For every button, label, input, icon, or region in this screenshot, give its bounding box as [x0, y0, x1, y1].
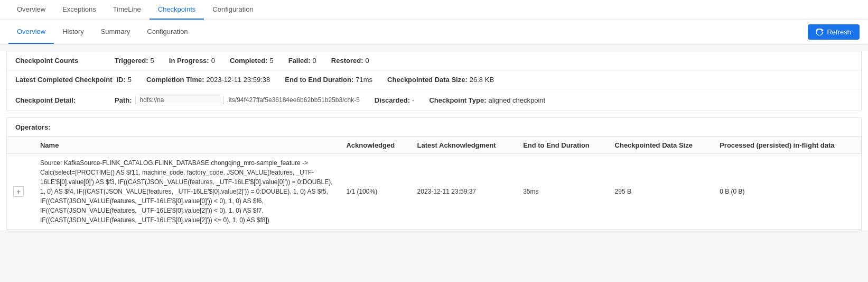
col-data-size: Checkpointed Data Size	[609, 137, 714, 154]
triggered-field: Triggered: 5	[115, 57, 154, 65]
refresh-button[interactable]: Refresh	[808, 24, 860, 40]
path-input[interactable]	[135, 95, 224, 105]
latest-checkpoint-row: Latest Completed Checkpoint ID: 5 Comple…	[7, 70, 861, 89]
completion-time-label: Completion Time:	[146, 76, 204, 84]
table-row: + Source: KafkaSource-FLINK_CATALOG.FLIN…	[7, 154, 861, 230]
sub-navigation: Overview History Summary Configuration R…	[0, 20, 868, 44]
checkpoint-type-field: Checkpoint Type: aligned checkpoint	[429, 96, 545, 104]
top-nav-timeline[interactable]: TimeLine	[105, 0, 150, 20]
top-nav-exceptions[interactable]: Exceptions	[54, 0, 105, 20]
failed-field: Failed: 0	[288, 57, 316, 65]
path-label: Path:	[115, 96, 132, 104]
failed-label: Failed:	[288, 57, 311, 65]
checkpoint-detail-label: Checkpoint Detail:	[15, 96, 110, 104]
completed-field: Completed: 5	[230, 57, 274, 65]
inprogress-field: In Progress: 0	[169, 57, 215, 65]
col-name: Name	[34, 137, 340, 154]
sub-nav-history[interactable]: History	[54, 20, 92, 44]
latest-checkpoint-label: Latest Completed Checkpoint	[15, 76, 112, 84]
completion-time-value: 2023-12-11 23:59:38	[207, 76, 270, 84]
sub-nav-summary[interactable]: Summary	[92, 20, 139, 44]
checkpoint-counts-label: Checkpoint Counts	[15, 57, 110, 65]
restored-field: Restored: 0	[331, 57, 369, 65]
e2e-duration-label: End to End Duration:	[285, 76, 353, 84]
top-navigation: Overview Exceptions TimeLine Checkpoints…	[0, 0, 868, 20]
inprogress-value: 0	[211, 57, 215, 65]
operators-section: Operators: Name Acknowledged Latest Ackn…	[6, 117, 862, 230]
col-inflight: Processed (persisted) in-flight data	[713, 137, 861, 154]
data-size-label: Checkpointed Data Size:	[387, 76, 468, 84]
operators-title: Operators:	[7, 118, 861, 137]
discarded-field: Discarded: -	[375, 96, 415, 104]
col-expand	[7, 137, 34, 154]
completed-value: 5	[269, 57, 273, 65]
checkpoint-counts-row: Checkpoint Counts Triggered: 5 In Progre…	[7, 51, 861, 70]
completed-label: Completed:	[230, 57, 268, 65]
checkpoint-detail-row: Checkpoint Detail: Path: .its/94f427ffaf…	[7, 89, 861, 111]
failed-value: 0	[313, 57, 316, 65]
checkpoint-id-value: 5	[128, 76, 132, 84]
inprogress-label: In Progress:	[169, 57, 209, 65]
acknowledged-cell: 1/1 (100%)	[340, 154, 410, 230]
expand-cell: +	[7, 154, 34, 230]
checkpoint-id-label: ID:	[116, 76, 125, 84]
completion-time-field: Completion Time: 2023-12-11 23:59:38	[146, 76, 270, 84]
sub-nav-overview[interactable]: Overview	[8, 20, 54, 44]
operator-name-cell: Source: KafkaSource-FLINK_CATALOG.FLINK_…	[34, 154, 340, 230]
e2e-duration-cell: 35ms	[517, 154, 608, 230]
restored-label: Restored:	[331, 57, 363, 65]
path-full: .its/94f427ffaf5e36184ee6b62bb51b25b3/ch…	[227, 96, 360, 104]
data-size-field: Checkpointed Data Size: 26.8 KB	[387, 76, 494, 84]
path-field: Path: .its/94f427ffaf5e36184ee6b62bb51b2…	[115, 95, 360, 105]
checkpoint-info-section: Checkpoint Counts Triggered: 5 In Progre…	[6, 51, 862, 111]
data-size-value: 26.8 KB	[470, 76, 494, 84]
discarded-label: Discarded:	[375, 96, 410, 104]
triggered-label: Triggered:	[115, 57, 148, 65]
restored-value: 0	[365, 57, 369, 65]
top-nav-configuration[interactable]: Configuration	[204, 0, 262, 20]
top-nav-overview[interactable]: Overview	[8, 0, 54, 20]
main-content: Checkpoint Counts Triggered: 5 In Progre…	[0, 51, 868, 230]
latest-ack-cell: 2023-12-11 23:59:37	[411, 154, 517, 230]
e2e-duration-value: 71ms	[356, 76, 372, 84]
checkpoint-type-label: Checkpoint Type:	[429, 96, 486, 104]
operators-table: Name Acknowledged Latest Acknowledgment …	[7, 137, 861, 230]
top-nav-checkpoints[interactable]: Checkpoints	[150, 0, 204, 20]
checkpoint-id-field: ID: 5	[116, 76, 132, 84]
checkpoint-type-value: aligned checkpoint	[489, 96, 546, 104]
table-header-row: Name Acknowledged Latest Acknowledgment …	[7, 137, 861, 154]
e2e-duration-field: End to End Duration: 71ms	[285, 76, 372, 84]
triggered-value: 5	[151, 57, 154, 65]
col-acknowledged: Acknowledged	[340, 137, 410, 154]
checkpointed-size-cell: 295 B	[609, 154, 714, 230]
sub-nav-configuration[interactable]: Configuration	[138, 20, 196, 44]
refresh-icon	[816, 29, 824, 36]
discarded-value: -	[412, 96, 414, 104]
expand-button[interactable]: +	[13, 186, 24, 197]
col-latest-ack: Latest Acknowledgment	[411, 137, 517, 154]
inflight-cell: 0 B (0 B)	[713, 154, 861, 230]
col-e2e-duration: End to End Duration	[517, 137, 608, 154]
